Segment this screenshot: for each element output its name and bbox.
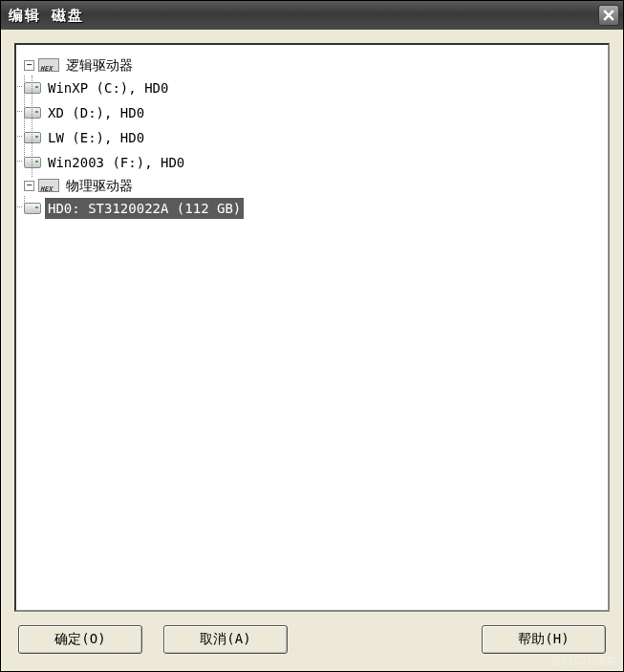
drive-label: LW (E:), HD0 [45,127,147,148]
spacer [309,625,461,654]
drive-icon [24,157,41,168]
window-title: 编辑 磁盘 [9,7,598,25]
close-icon [603,10,614,21]
drive-label: Win2003 (F:), HD0 [45,152,187,173]
logical-drives-node[interactable]: − 逻辑驱动器 [24,54,600,76]
drive-label: HD0: ST3120022A (112 GB) [45,198,244,219]
drive-icon [24,82,41,94]
drive-label: WinXP (C:), HD0 [45,77,171,98]
drive-item[interactable]: Win2003 (F:), HD0 [24,152,600,173]
close-button[interactable] [598,5,619,26]
drive-icon [24,107,41,119]
collapse-icon[interactable]: − [24,60,34,71]
watermark: @51CTO博客 [551,654,616,668]
drive-icon [24,132,41,143]
drive-label: XD (D:), HD0 [45,102,147,123]
logical-drives-label: 逻辑驱动器 [63,54,136,76]
button-row: 确定(O) 取消(A) 帮助(H) [14,612,610,658]
tree-panel[interactable]: − 逻辑驱动器 WinXP (C:), HD0 XD (D:), HD0 LW … [14,43,610,612]
collapse-icon[interactable]: − [24,181,34,191]
physical-drives-node[interactable]: − 物理驱动器 [24,175,600,196]
drive-item[interactable]: XD (D:), HD0 [24,102,600,123]
drive-tree: − 逻辑驱动器 WinXP (C:), HD0 XD (D:), HD0 LW … [24,54,600,221]
dialog-body: − 逻辑驱动器 WinXP (C:), HD0 XD (D:), HD0 LW … [1,30,623,671]
drive-item[interactable]: HD0: ST3120022A (112 GB) [24,198,600,219]
cancel-button[interactable]: 取消(A) [163,625,288,654]
dialog-window: 编辑 磁盘 − 逻辑驱动器 WinXP (C:), HD0 XD ( [0,0,624,672]
titlebar: 编辑 磁盘 [1,1,623,30]
hex-icon [38,179,59,192]
drive-item[interactable]: WinXP (C:), HD0 [24,77,600,98]
drive-icon [24,203,41,214]
help-button[interactable]: 帮助(H) [482,625,606,654]
physical-drives-label: 物理驱动器 [63,175,136,196]
drive-item[interactable]: LW (E:), HD0 [24,127,600,148]
ok-button[interactable]: 确定(O) [18,625,142,654]
hex-icon [38,58,59,72]
